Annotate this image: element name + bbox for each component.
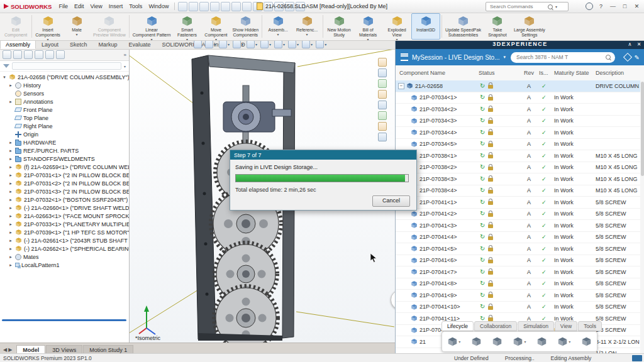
tab-assembly[interactable]: Assembly bbox=[0, 40, 36, 49]
expander-icon[interactable]: ▸ bbox=[8, 255, 13, 260]
tree-item[interactable]: ▸Annotations bbox=[0, 97, 129, 106]
database-icon[interactable] bbox=[471, 336, 482, 347]
view-orientation-icon[interactable]: ▾ bbox=[247, 40, 257, 48]
component-row[interactable]: 21P-07041<5>↻A✓In Work5/8 SCREW bbox=[396, 243, 644, 255]
panel-chart-icon[interactable] bbox=[378, 79, 387, 88]
panel-grid-icon[interactable] bbox=[378, 58, 387, 67]
tree-item[interactable]: ▸(f) 21A-02659<1> ("DRIVE COLUMN WELDMEN… bbox=[0, 163, 129, 171]
component-row[interactable]: 21P-07034<5>↻A✓In Work bbox=[396, 139, 644, 151]
file-properties-icon[interactable] bbox=[264, 2, 273, 11]
mate-button[interactable]: Mate▾ bbox=[62, 13, 91, 40]
previous-view-icon[interactable]: ▾ bbox=[219, 40, 230, 48]
panel-refresh-icon[interactable] bbox=[378, 101, 387, 109]
panel-export-icon[interactable] bbox=[378, 90, 387, 99]
undo-icon[interactable] bbox=[221, 2, 230, 11]
expander-icon[interactable]: ▸ bbox=[8, 140, 13, 145]
expander-icon[interactable]: ▸ bbox=[8, 214, 13, 219]
cancel-button[interactable]: Cancel bbox=[372, 195, 410, 207]
expander-icon[interactable]: ▸ bbox=[8, 165, 13, 170]
tree-item[interactable]: Right Plane bbox=[0, 122, 129, 130]
cam-manager-icon[interactable] bbox=[56, 50, 65, 59]
component-row[interactable]: 21P-07041<7>↻A✓In Work5/8 SCREW bbox=[396, 266, 644, 278]
rebuild-icon[interactable] bbox=[253, 2, 262, 11]
measure-tools-icon[interactable] bbox=[581, 336, 592, 347]
panel-color-icon[interactable] bbox=[378, 122, 387, 131]
component-row[interactable]: 21P-07041<9>↻A✓In Work5/8 SCREW bbox=[396, 290, 644, 302]
dimxpertmanager-icon[interactable] bbox=[35, 50, 43, 59]
filter-icon[interactable] bbox=[3, 64, 9, 68]
panel-scrollbar[interactable] bbox=[640, 80, 644, 353]
rollback-bar[interactable] bbox=[2, 319, 126, 321]
component-row[interactable]: 21P-07038<1>↻A✓In WorkM10 X 45 LONG bbox=[396, 150, 644, 162]
tree-filter-input[interactable] bbox=[12, 62, 121, 70]
component-row[interactable]: 21P-07038<2>↻A✓In WorkM10 X 45 LONG bbox=[396, 162, 644, 174]
panel-tab-lifecycle[interactable]: Lifecycle bbox=[441, 321, 474, 331]
compare-icon[interactable] bbox=[536, 336, 547, 347]
view-settings-icon[interactable]: ▾ bbox=[316, 40, 326, 48]
tree-item[interactable]: ▸21A-02663<1> ("FACE MOUNT SPROCKET ASS bbox=[0, 212, 129, 220]
tree-item[interactable]: Sensors bbox=[0, 89, 129, 97]
component-row[interactable]: 21P-07041<8>↻A✓In Work5/8 SCREW bbox=[396, 278, 644, 290]
close-icon[interactable]: ✕ bbox=[631, 1, 643, 11]
session-dropdown[interactable]: MySession - LIVE Design Sto... bbox=[412, 54, 500, 61]
expander-icon[interactable]: ▸ bbox=[8, 156, 13, 162]
take-snapshot-button[interactable]: Take Snapshot bbox=[483, 13, 512, 40]
panel-tab-view[interactable]: View bbox=[555, 321, 577, 331]
tree-item[interactable]: ▸REF./PURCH. PARTS bbox=[0, 146, 129, 155]
display-style-icon[interactable]: ▾ bbox=[260, 40, 271, 48]
model-tab-model[interactable]: Model bbox=[16, 345, 45, 354]
component-row[interactable]: 21P-07041<6>↻A✓In Work5/8 SCREW bbox=[396, 255, 644, 267]
configurationmanager-icon[interactable] bbox=[24, 50, 33, 59]
hamburger-menu-icon[interactable] bbox=[401, 53, 408, 61]
tree-item[interactable]: ▸(-) 21A-02661<1> ("2043R STUB SHAFT WEL… bbox=[0, 236, 129, 244]
tree-item[interactable]: ▾21A-02658 ("DRIVE COLUMN ASSEMBLY") bbox=[0, 73, 129, 81]
show-hidden-components-button[interactable]: Show Hidden Components bbox=[230, 13, 260, 40]
expander-icon[interactable]: ▸ bbox=[8, 230, 13, 235]
zoom-fit-icon[interactable] bbox=[194, 40, 202, 48]
large-assembly-settings-button[interactable]: Large Assembly Settings▾ bbox=[512, 13, 547, 40]
select-icon[interactable] bbox=[242, 2, 252, 11]
displaymanager-icon[interactable] bbox=[45, 50, 54, 59]
structure-icon[interactable]: ▾ bbox=[447, 336, 460, 347]
expander-icon[interactable]: ▸ bbox=[8, 83, 13, 88]
menu-tools[interactable]: Tools bbox=[126, 2, 145, 11]
command-search[interactable]: ▾ bbox=[486, 2, 569, 11]
model-tab-3d-views[interactable]: 3D Views bbox=[46, 345, 82, 354]
collapse-icon[interactable]: − bbox=[398, 83, 404, 89]
assembly-features-button[interactable]: Assemb...▾ bbox=[264, 13, 292, 40]
column-header[interactable]: Is... bbox=[539, 65, 548, 80]
tab-evaluate[interactable]: Evaluate bbox=[123, 40, 157, 49]
tree-item[interactable]: ▸21P-07031<3> ("2 IN PILLOW BLOCK BEARIN… bbox=[0, 187, 129, 195]
move-component-button[interactable]: Move Component▾ bbox=[201, 13, 230, 40]
instant3d-button[interactable]: Instant3D bbox=[411, 13, 440, 40]
maximize-icon[interactable]: □ bbox=[619, 1, 631, 11]
component-preview-button[interactable]: Component Preview Window bbox=[91, 13, 128, 40]
caret-down-icon[interactable]: ▾ bbox=[555, 4, 557, 9]
linear-component-pattern-button[interactable]: Linear Component Pattern▾ bbox=[131, 13, 173, 40]
bill-of-materials-button[interactable]: Bill of Materials▾ bbox=[353, 13, 382, 40]
column-header[interactable]: Maturity State bbox=[554, 65, 589, 80]
explore-icon[interactable] bbox=[492, 336, 502, 347]
chevron-up-icon[interactable]: ∧ bbox=[628, 41, 632, 47]
new-motion-study-button[interactable]: New Motion Study bbox=[325, 13, 353, 40]
tree-item[interactable]: ▸(-) 21A-02662<1> ("SPHERICAL BEARING AS… bbox=[0, 244, 129, 253]
tree-item[interactable]: Origin bbox=[0, 130, 129, 138]
component-row[interactable]: 21P-07038<4>↻A✓In WorkM10 X 45 LONG bbox=[396, 185, 644, 197]
menu-insert[interactable]: Insert bbox=[106, 2, 126, 11]
component-row[interactable]: 21P-07034<4>↻A✓In Work bbox=[396, 127, 644, 139]
dialog-title-bar[interactable]: Step 7 of 7 bbox=[230, 150, 416, 160]
user-icon[interactable] bbox=[583, 1, 595, 11]
hierarchy-icon[interactable]: ▾ bbox=[557, 336, 570, 347]
open-icon[interactable] bbox=[189, 2, 198, 11]
redo-icon[interactable] bbox=[231, 2, 241, 11]
tree-item[interactable]: ▸History bbox=[0, 81, 129, 89]
caret-down-icon[interactable]: ▾ bbox=[124, 64, 126, 69]
measure-icon[interactable] bbox=[296, 2, 305, 11]
panel-search-input[interactable] bbox=[515, 53, 603, 61]
model-tab-motion-study-1[interactable]: Motion Study 1 bbox=[83, 345, 133, 354]
component-row[interactable]: 21P-07038<3>↻A✓In WorkM10 X 45 LONG bbox=[396, 173, 644, 185]
hide-show-icon[interactable]: ▾ bbox=[274, 40, 285, 48]
tree-item[interactable]: ▸21P-07032<1> ("BOSTON SSRF2043R") bbox=[0, 195, 129, 204]
save-icon[interactable] bbox=[199, 2, 209, 11]
zoom-area-icon[interactable]: ▾ bbox=[205, 40, 216, 48]
